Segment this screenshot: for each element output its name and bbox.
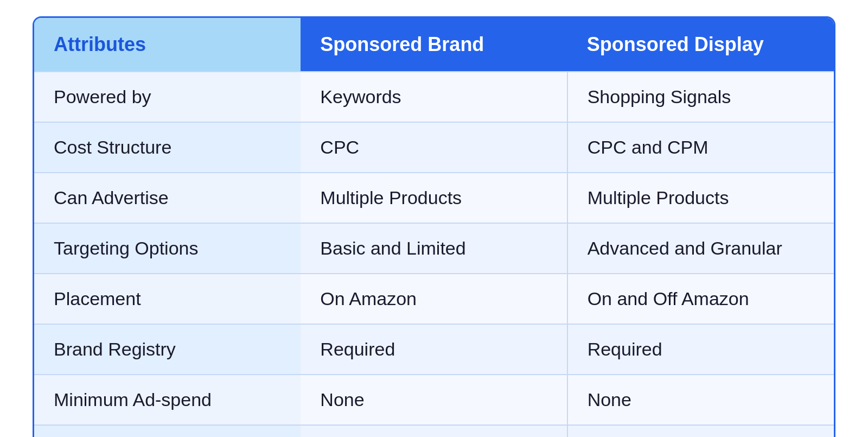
table-row: Cost StructureCPCCPC and CPM (34, 122, 834, 173)
attribute-label: Can Advertise (34, 173, 301, 223)
table-row: Minimum Ad-spendNoneNone (34, 375, 834, 425)
sponsored-brand-value: Keywords (301, 72, 567, 122)
attribute-label: Powered by (34, 72, 301, 122)
comparison-table-wrapper: Attributes Sponsored Brand Sponsored Dis… (33, 16, 835, 437)
table-row: Retargeting AvailableNoYes (34, 425, 834, 437)
sponsored-display-value: Yes (567, 425, 834, 437)
table-row: Targeting OptionsBasic and LimitedAdvanc… (34, 223, 834, 274)
sponsored-brand-value: Required (301, 324, 567, 375)
sponsored-display-value: CPC and CPM (567, 122, 834, 173)
header-sponsored-display: Sponsored Display (567, 18, 834, 72)
header-attributes: Attributes (34, 18, 301, 72)
attribute-label: Retargeting Available (34, 425, 301, 437)
attribute-label: Brand Registry (34, 324, 301, 375)
sponsored-display-value: Required (567, 324, 834, 375)
header-row: Attributes Sponsored Brand Sponsored Dis… (34, 18, 834, 72)
sponsored-brand-value: On Amazon (301, 274, 567, 324)
attribute-label: Placement (34, 274, 301, 324)
sponsored-display-value: Multiple Products (567, 173, 834, 223)
sponsored-brand-value: No (301, 425, 567, 437)
table-row: Powered byKeywordsShopping Signals (34, 72, 834, 122)
table-row: PlacementOn AmazonOn and Off Amazon (34, 274, 834, 324)
attribute-label: Minimum Ad-spend (34, 375, 301, 425)
comparison-table: Attributes Sponsored Brand Sponsored Dis… (34, 18, 834, 437)
sponsored-display-value: Shopping Signals (567, 72, 834, 122)
sponsored-brand-value: CPC (301, 122, 567, 173)
sponsored-display-value: Advanced and Granular (567, 223, 834, 274)
attribute-label: Targeting Options (34, 223, 301, 274)
sponsored-display-value: On and Off Amazon (567, 274, 834, 324)
sponsored-brand-value: Multiple Products (301, 173, 567, 223)
attribute-label: Cost Structure (34, 122, 301, 173)
table-row: Brand RegistryRequiredRequired (34, 324, 834, 375)
table-row: Can AdvertiseMultiple ProductsMultiple P… (34, 173, 834, 223)
sponsored-display-value: None (567, 375, 834, 425)
header-sponsored-brand: Sponsored Brand (301, 18, 567, 72)
sponsored-brand-value: Basic and Limited (301, 223, 567, 274)
sponsored-brand-value: None (301, 375, 567, 425)
